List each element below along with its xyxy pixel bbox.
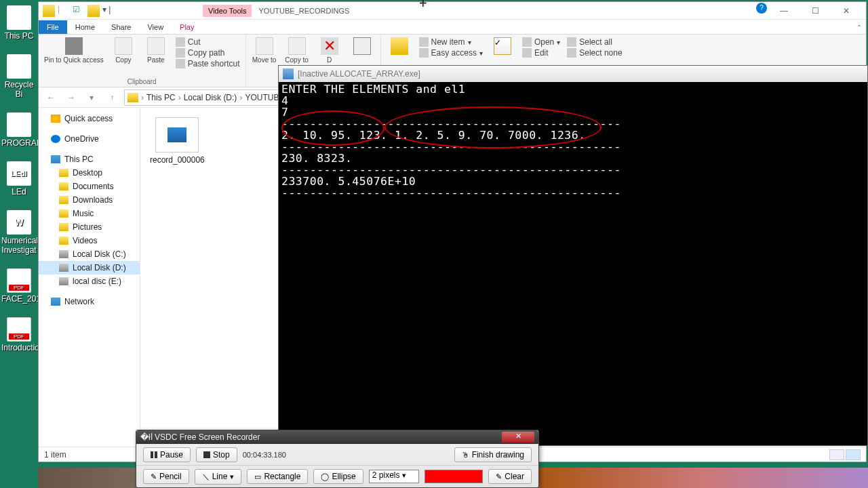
stop-button[interactable]: Stop (196, 447, 237, 462)
minimize-button[interactable]: — (768, 3, 800, 19)
copy-to-icon (288, 37, 306, 55)
app-icon (283, 68, 294, 79)
button-label: Copy to (285, 56, 308, 64)
nav-recent-button[interactable]: ▾ (83, 89, 100, 106)
nav-network[interactable]: Network (39, 295, 140, 308)
ribbon-tabs: File Home Share View Play ˆ (39, 20, 866, 35)
copy-path-button[interactable]: Copy path (176, 48, 240, 58)
group-label: Clipboard (44, 78, 240, 85)
elapsed-time: 00:04:33.180 (243, 451, 286, 459)
nav-videos[interactable]: Videos (39, 234, 140, 247)
tab-file[interactable]: File (39, 20, 67, 34)
desktop-icon-intro-pdf[interactable]: Introductio (1, 317, 37, 352)
qat-properties-icon[interactable]: ☑ (73, 5, 85, 17)
nav-downloads[interactable]: Downloads (39, 193, 140, 207)
close-button[interactable]: ✕ (831, 3, 862, 19)
contextual-tab-video-tools[interactable]: Video Tools (203, 5, 252, 17)
rename-button[interactable] (349, 37, 375, 55)
line-width-select[interactable]: 2 pixels ▾ (369, 470, 419, 483)
paste-button[interactable]: Paste (143, 37, 169, 64)
color-picker[interactable] (425, 470, 484, 483)
vsdc-close-button[interactable]: ✕ (502, 432, 534, 443)
cut-button[interactable]: Cut (176, 37, 240, 47)
nav-desktop[interactable]: Desktop (39, 166, 140, 180)
breadcrumb-segment[interactable]: Local Disk (D:) (184, 93, 237, 102)
properties-button[interactable]: ✓ (490, 37, 515, 55)
nav-disk-c[interactable]: Local Disk (C:) (39, 247, 140, 261)
nav-up-button[interactable]: ↑ (104, 89, 120, 106)
pin-quick-access-button[interactable]: Pin to Quick access (44, 37, 104, 64)
chevron-down-icon[interactable]: ▾ | (102, 5, 115, 17)
ellipse-tool-button[interactable]: ◯ Ellipse (313, 469, 363, 484)
pencil-tool-button[interactable]: ✎ Pencil (143, 469, 189, 484)
vsdc-titlebar[interactable]: �łⅼ VSDC Free Screen Recorder ✕ (136, 430, 538, 444)
file-name: record_000006 (150, 155, 204, 165)
clipboard-stack: Cut Copy path Paste shortcut (176, 37, 240, 68)
annotation-circle-1 (281, 110, 384, 146)
console-titlebar[interactable]: [Inactive ALLOCATE_ARRAY.exe] (279, 66, 867, 82)
move-icon (256, 37, 273, 55)
nav-back-button[interactable]: ← (43, 89, 59, 106)
nav-music[interactable]: Music (39, 207, 140, 220)
nav-pictures[interactable]: Pictures (39, 220, 140, 234)
chevron-right-icon: › (141, 93, 144, 102)
breadcrumb-segment[interactable]: This PC (146, 93, 176, 102)
tab-play[interactable]: Play (172, 20, 202, 34)
new-item-button[interactable]: New item ▾ (419, 37, 483, 47)
select-none-button[interactable]: Select none (567, 48, 622, 58)
paste-shortcut-button[interactable]: Paste shortcut (176, 59, 240, 68)
tab-home[interactable]: Home (67, 20, 103, 34)
select-all-button[interactable]: Select all (567, 37, 622, 47)
cloud-icon (51, 135, 60, 143)
help-icon[interactable]: ? (756, 3, 767, 14)
nav-forward-button[interactable]: → (63, 89, 79, 106)
nav-label: Local Disk (D:) (73, 263, 126, 272)
move-to-button[interactable]: Move to (252, 37, 277, 64)
desktop-icon-led[interactable]: LEdILEd (1, 161, 37, 197)
large-icons-view-button[interactable] (846, 449, 861, 460)
pause-button[interactable]: Pause (143, 447, 191, 462)
folder-icon[interactable] (87, 5, 100, 17)
details-view-button[interactable] (829, 449, 844, 460)
line-tool-button[interactable]: ＼ Line ▾ (195, 469, 242, 485)
desktop-icon-word[interactable]: WNumerical Investigat (1, 210, 37, 255)
nav-quick-access[interactable]: Quick access (39, 112, 140, 125)
copy-button[interactable]: Copy (111, 37, 136, 64)
nav-this-pc[interactable]: This PC (39, 152, 140, 166)
file-item-record[interactable]: record_000006 (150, 117, 204, 165)
copy-icon (115, 37, 132, 55)
desktop-icon-recycle-bin[interactable]: Recycle Bi (1, 54, 37, 99)
desktop-icon-this-pc[interactable]: This PC (1, 5, 37, 41)
open-button[interactable]: Open ▾ (522, 37, 560, 47)
disk-icon (59, 250, 68, 258)
nav-disk-d[interactable]: Local Disk (D:) (39, 261, 140, 274)
rectangle-tool-button[interactable]: ▭ Rectangle (247, 469, 308, 484)
nav-onedrive[interactable]: OneDrive (39, 132, 140, 146)
desktop-icon-face-pdf[interactable]: FACE_201 (1, 268, 37, 304)
copy-to-button[interactable]: Copy to (284, 37, 310, 64)
stop-icon (203, 451, 210, 458)
tab-view[interactable]: View (139, 20, 172, 34)
breadcrumb[interactable]: › This PC › Local Disk (D:) › YOUTUBE_R (124, 89, 298, 106)
maximize-button[interactable]: ☐ (800, 3, 831, 19)
clear-button[interactable]: ✎ Clear (488, 469, 532, 484)
titlebar[interactable]: | ☑ ▾ | Video Tools YOUTUBE_RECORDINGS ?… (39, 2, 866, 20)
desktop: This PC Recycle Bi PROGRAM LEdILEd WNume… (0, 0, 38, 488)
nav-documents[interactable]: Documents (39, 180, 140, 193)
edit-button[interactable]: Edit (522, 48, 560, 58)
select-none-icon (567, 48, 576, 58)
ribbon-collapse-icon[interactable]: ˆ (852, 24, 866, 34)
delete-button[interactable]: ✕D (317, 37, 342, 64)
easy-access-button[interactable]: Easy access ▾ (419, 48, 483, 58)
folder-icon (59, 223, 68, 231)
button-label: Copy (115, 56, 131, 64)
nav-disk-e[interactable]: local disc (E:) (39, 274, 140, 288)
tab-share[interactable]: Share (103, 20, 139, 34)
nav-pane[interactable]: Quick access OneDrive This PC Desktop Do… (39, 108, 140, 447)
window-controls: ? — ☐ ✕ (756, 3, 862, 19)
word-icon: W (7, 210, 31, 235)
new-folder-button[interactable] (387, 37, 412, 55)
finish-drawing-button[interactable]: 🖱 Finish drawing (454, 447, 532, 462)
desktop-icon-program[interactable]: PROGRAM (1, 113, 37, 148)
vsdc-recorder-window[interactable]: �łⅼ VSDC Free Screen Recorder ✕ Pause St… (136, 430, 539, 488)
